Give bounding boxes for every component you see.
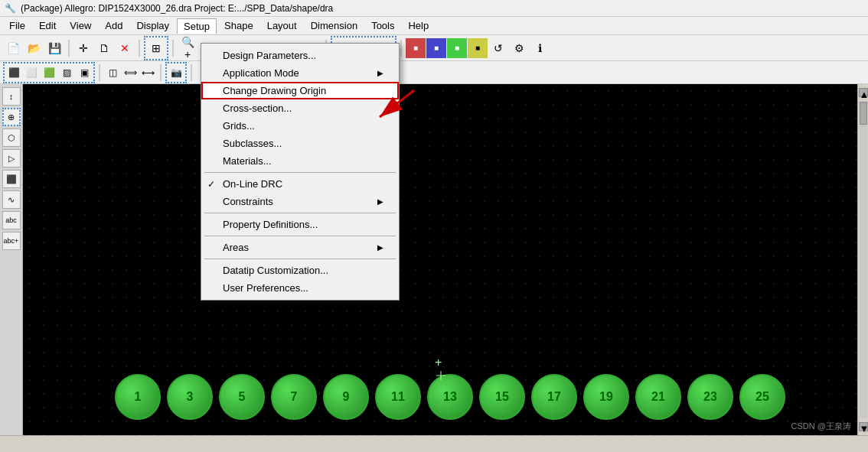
dd-sep3	[204, 236, 396, 236]
dd-change-origin[interactable]: Change Drawing Origin	[201, 82, 399, 99]
circle-1: 1	[115, 374, 161, 420]
copy-button[interactable]: 🗋	[94, 38, 114, 58]
left-btn-arrow[interactable]: ▷	[2, 149, 21, 167]
setup-dropdown-menu: Design Parameters... Application Mode Ch…	[201, 43, 400, 301]
color3-button[interactable]: ■	[447, 38, 467, 58]
menu-display[interactable]: Display	[130, 18, 175, 33]
circle-11: 11	[375, 374, 421, 420]
t2-btn7[interactable]: ⟺	[122, 64, 139, 81]
circle-19: 19	[583, 374, 629, 420]
menu-add[interactable]: Add	[99, 18, 129, 33]
t2-btn8[interactable]: ⟷	[139, 64, 156, 81]
menu-file[interactable]: File	[3, 18, 31, 33]
circle-3: 3	[167, 374, 213, 420]
delete-button[interactable]: ✕	[115, 38, 135, 58]
menu-setup[interactable]: Setup	[177, 18, 217, 34]
left-btn-text2[interactable]: abc+	[2, 232, 21, 250]
menu-shape[interactable]: Shape	[218, 18, 259, 33]
left-btn-rect[interactable]: ⬛	[2, 170, 21, 188]
circle-7: 7	[271, 374, 317, 420]
circle-9: 9	[323, 374, 369, 420]
menu-edit[interactable]: Edit	[33, 18, 62, 33]
canvas-area[interactable]: 135791113151719212325 CSDN @王泉涛	[23, 84, 857, 435]
circle-23: 23	[687, 374, 733, 420]
left-btn-zoom[interactable]: ⊕	[2, 108, 21, 126]
circle-21: 21	[635, 374, 681, 420]
menu-view[interactable]: View	[64, 18, 97, 33]
sep7	[160, 64, 162, 81]
dd-online-drc[interactable]: On-Line DRC	[201, 175, 399, 193]
sep2	[139, 40, 140, 57]
menu-help[interactable]: Help	[402, 18, 435, 33]
dd-datatip[interactable]: Datatip Customization...	[201, 262, 399, 279]
toolbar-1: 📄 📂 💾 ✛ 🗋 ✕ ⊞ 🔍+ 🔍- ⊙ ⬚ ↻ 3D FLIP ⊞ ⊟ ✔ …	[0, 35, 868, 61]
open-button[interactable]: 📂	[24, 38, 44, 58]
dd-sep1	[204, 172, 396, 173]
move-button[interactable]: ✛	[73, 38, 93, 58]
circles-row: 135791113151719212325	[115, 374, 785, 420]
left-panel: ↕ ⊕ ⬡ ▷ ⬛ ∿ abc abc+	[0, 84, 23, 435]
refresh-button[interactable]: ↺	[488, 38, 508, 58]
dd-constraints[interactable]: Constraints	[201, 193, 399, 210]
right-scrollbar[interactable]: ▲ ▼	[857, 84, 868, 435]
sep1	[68, 40, 70, 57]
color1-button[interactable]: ■	[406, 38, 426, 58]
sep8	[191, 64, 192, 81]
title-icon: 🔧	[5, 3, 16, 14]
grid-button[interactable]: ⊞	[146, 38, 166, 58]
t2-btn6[interactable]: ◫	[104, 64, 121, 81]
sep3	[172, 40, 174, 57]
dd-grids[interactable]: Grids...	[201, 117, 399, 135]
t2-btn1[interactable]: ⬛	[5, 64, 22, 81]
sep6	[99, 64, 100, 81]
statusbar	[0, 435, 868, 452]
circle-17: 17	[531, 374, 577, 420]
dd-design-params[interactable]: Design Parameters...	[201, 47, 399, 64]
scrollbar-up-arrow[interactable]: ▲	[859, 88, 868, 97]
t2-btn5[interactable]: ▣	[76, 64, 93, 81]
dd-subclasses[interactable]: Subclasses...	[201, 135, 399, 152]
dd-user-prefs[interactable]: User Preferences...	[201, 279, 399, 297]
crosshair	[435, 356, 445, 366]
left-btn-polygon[interactable]: ⬡	[2, 128, 21, 147]
save-button[interactable]: 💾	[44, 38, 64, 58]
dd-materials[interactable]: Materials...	[201, 152, 399, 170]
t2-btn2[interactable]: ⬜	[23, 64, 40, 81]
circle-13: 13	[427, 374, 473, 420]
menubar: File Edit View Add Display Setup Shape L…	[0, 17, 868, 35]
circle-5: 5	[219, 374, 265, 420]
color4-button[interactable]: ■	[468, 38, 488, 58]
titlebar: 🔧 (Package) Allegro: DIP1524X3000_26.dra…	[0, 0, 868, 17]
color2-button[interactable]: ■	[426, 38, 446, 58]
title-text: (Package) Allegro: DIP1524X3000_26.dra P…	[21, 3, 333, 14]
new-button[interactable]: 📄	[3, 38, 23, 58]
dd-app-mode[interactable]: Application Mode	[201, 64, 399, 82]
dd-property-defs[interactable]: Property Definitions...	[201, 216, 399, 233]
dd-sep2	[204, 213, 396, 213]
dd-areas[interactable]: Areas	[201, 239, 399, 256]
menu-tools[interactable]: Tools	[365, 18, 400, 33]
left-btn-move[interactable]: ↕	[2, 87, 21, 106]
circle-15: 15	[479, 374, 525, 420]
menu-dimension[interactable]: Dimension	[305, 18, 364, 33]
crosshair-svg	[435, 369, 447, 382]
dd-cross-section[interactable]: Cross-section...	[201, 99, 399, 117]
t2-btn3[interactable]: 🟩	[41, 64, 57, 81]
circle-25: 25	[739, 374, 785, 420]
t2-btn9[interactable]: 📷	[168, 64, 184, 81]
t2-btn4[interactable]: ▨	[58, 64, 75, 81]
dd-sep4	[204, 259, 396, 259]
scrollbar-down-arrow[interactable]: ▼	[859, 422, 868, 431]
left-btn-line[interactable]: ∿	[2, 190, 21, 209]
toolbar-2: ⬛ ⬜ 🟩 ▨ ▣ ◫ ⟺ ⟷ 📷 ⬚ ✉ ❓	[0, 61, 868, 84]
scrollbar-thumb[interactable]	[860, 102, 867, 125]
left-btn-text1[interactable]: abc	[2, 211, 21, 229]
info-button[interactable]: ℹ	[530, 38, 550, 58]
sep5	[400, 40, 402, 57]
zoom-in-button[interactable]: 🔍+	[178, 38, 197, 58]
settings-button[interactable]: ⚙	[509, 38, 529, 58]
main-area: ↕ ⊕ ⬡ ▷ ⬛ ∿ abc abc+ 1357911131517192123…	[0, 84, 868, 435]
scrollbar-track[interactable]	[860, 102, 867, 418]
watermark: CSDN @王泉涛	[791, 421, 851, 432]
menu-layout[interactable]: Layout	[261, 18, 303, 33]
